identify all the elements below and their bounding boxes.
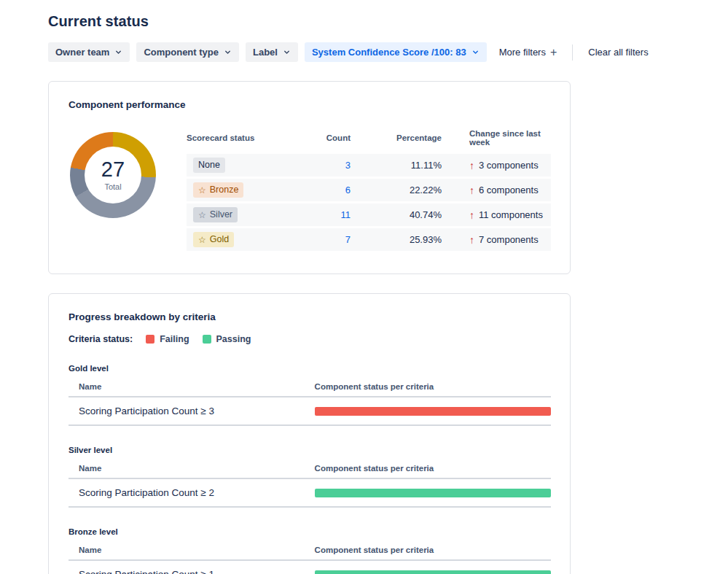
scorecard-donut-chart[interactable]: 27 Total — [70, 132, 156, 218]
chevron-down-icon — [114, 48, 122, 56]
table-row: ☆Silver 11 40.74% ↑11 components — [187, 203, 551, 228]
col-scorecard-status: Scorecard status — [187, 126, 296, 154]
arrow-up-icon: ↑ — [469, 185, 474, 196]
status-badge: None — [193, 158, 225, 173]
table-header-row: Scorecard status Count Percentage Change… — [187, 126, 551, 154]
change-value: 6 components — [479, 185, 539, 195]
filter-label: Owner team — [55, 47, 109, 58]
card-title: Progress breakdown by criteria — [69, 311, 551, 322]
chevron-down-icon — [224, 48, 232, 56]
count-link[interactable]: 3 — [345, 160, 351, 171]
arrow-up-icon: ↑ — [469, 234, 474, 246]
star-icon: ☆ — [198, 211, 206, 220]
percentage-value: 25.93% — [351, 228, 442, 252]
status-label: Gold — [210, 234, 229, 245]
donut-total-label: Total — [104, 182, 121, 191]
criteria-status-legend: Criteria status: Failing Passing — [69, 334, 551, 344]
criteria-row: Scoring Participation Count ≥ 3 — [69, 397, 551, 426]
status-header: Component status per criteria — [315, 464, 551, 473]
criteria-name: Scoring Participation Count ≥ 3 — [69, 406, 315, 416]
filter-owner-team[interactable]: Owner team — [48, 42, 130, 62]
failing-swatch — [146, 335, 154, 344]
criteria-bar-cell — [315, 570, 551, 574]
arrow-up-icon: ↑ — [469, 209, 474, 221]
change-value: 3 components — [479, 160, 539, 171]
col-count: Count — [296, 126, 351, 154]
name-header: Name — [69, 546, 315, 554]
criteria-table-header: Name Component status per criteria — [69, 464, 551, 479]
status-header: Component status per criteria — [315, 382, 551, 391]
passing-label: Passing — [216, 334, 251, 344]
status-header: Component status per criteria — [315, 546, 551, 554]
star-icon: ☆ — [198, 236, 206, 244]
chevron-down-icon — [283, 48, 291, 56]
star-icon: ☆ — [198, 186, 206, 195]
criteria-status-bar[interactable] — [315, 570, 551, 574]
plus-icon: + — [550, 49, 557, 56]
count-link[interactable]: 7 — [345, 234, 351, 245]
active-filter-label: System Confidence Score /100: 83 — [312, 47, 466, 58]
scorecard-status-table: Scorecard status Count Percentage Change… — [187, 126, 551, 253]
status-label: Bronze — [210, 185, 239, 195]
change-value: 11 components — [479, 209, 543, 220]
criteria-table-header: Name Component status per criteria — [69, 546, 551, 561]
percentage-value: 22.22% — [351, 178, 442, 203]
table-row: None 3 11.11% ↑3 components — [187, 154, 551, 178]
col-percentage: Percentage — [351, 126, 442, 154]
divider — [572, 44, 573, 61]
criteria-row: Scoring Participation Count ≥ 1 — [69, 561, 551, 574]
level-label: Silver level — [69, 446, 551, 454]
more-filters-label: More filters — [499, 47, 546, 58]
status-label: Silver — [210, 209, 232, 220]
component-performance-card: Component performance 27 Total Scorecard… — [48, 81, 571, 274]
filter-component-type[interactable]: Component type — [136, 42, 239, 62]
level-label: Bronze level — [69, 527, 551, 536]
name-header: Name — [69, 464, 315, 473]
criteria-status-bar[interactable] — [315, 489, 551, 497]
silver-level-section: Silver level Name Component status per c… — [69, 446, 551, 508]
criteria-bar-cell — [315, 489, 551, 497]
legend-failing: Failing — [146, 334, 189, 344]
page-title: Current status — [48, 13, 728, 30]
filter-label: Component type — [144, 47, 219, 58]
criteria-name: Scoring Participation Count ≥ 2 — [69, 487, 315, 498]
card-title: Component performance — [69, 99, 551, 110]
criteria-name: Scoring Participation Count ≥ 1 — [69, 569, 315, 574]
count-link[interactable]: 6 — [345, 185, 351, 195]
current-status-page: Current status Owner team Component type… — [0, 0, 728, 574]
criteria-row: Scoring Participation Count ≥ 2 — [69, 479, 551, 508]
donut-center: 27 Total — [70, 132, 156, 218]
name-header: Name — [69, 382, 315, 391]
table-row: ☆Gold 7 25.93% ↑7 components — [187, 228, 551, 252]
criteria-bar-cell — [315, 407, 551, 416]
status-badge: ☆Bronze — [193, 182, 243, 198]
criteria-status-bar[interactable] — [315, 407, 551, 416]
arrow-up-icon: ↑ — [469, 160, 474, 171]
status-badge: ☆Silver — [193, 207, 238, 222]
passing-swatch — [203, 335, 211, 344]
legend-label: Criteria status: — [69, 334, 133, 344]
bronze-level-section: Bronze level Name Component status per c… — [69, 527, 551, 574]
level-label: Gold level — [69, 364, 551, 373]
filter-label[interactable]: Label — [246, 42, 298, 62]
filter-label-text: Label — [253, 47, 278, 58]
gold-level-section: Gold level Name Component status per cri… — [69, 364, 551, 426]
count-link[interactable]: 11 — [341, 209, 351, 220]
percentage-value: 40.74% — [351, 203, 442, 228]
legend-passing: Passing — [203, 334, 251, 344]
change-value: 7 components — [479, 234, 539, 245]
status-badge: ☆Gold — [193, 232, 234, 247]
filter-system-confidence-score[interactable]: System Confidence Score /100: 83 — [305, 42, 487, 62]
clear-all-filters-button[interactable]: Clear all filters — [582, 42, 654, 62]
table-row: ☆Bronze 6 22.22% ↑6 components — [187, 178, 551, 203]
criteria-table-header: Name Component status per criteria — [69, 382, 551, 397]
progress-breakdown-card: Progress breakdown by criteria Criteria … — [48, 293, 571, 574]
failing-label: Failing — [160, 334, 189, 344]
percentage-value: 11.11% — [351, 154, 442, 178]
more-filters-button[interactable]: More filters + — [493, 42, 563, 62]
chevron-down-icon — [471, 48, 480, 56]
performance-body: 27 Total Scorecard status Count Percenta… — [69, 126, 551, 253]
filter-bar: Owner team Component type Label System C… — [48, 42, 728, 62]
clear-all-filters-label: Clear all filters — [588, 47, 648, 58]
status-label: None — [198, 160, 220, 171]
